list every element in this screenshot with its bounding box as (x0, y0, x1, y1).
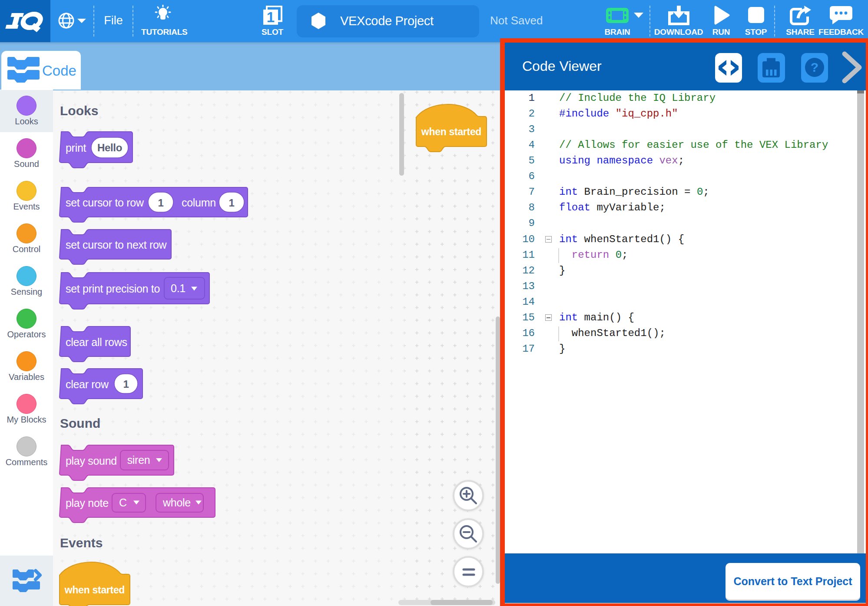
svg-text:set cursor to row: set cursor to row (66, 196, 144, 209)
svg-text:set cursor to next row: set cursor to next row (66, 239, 167, 251)
svg-text:?: ? (811, 60, 818, 74)
svg-text:clear all rows: clear all rows (66, 336, 127, 348)
svg-text:Hello: Hello (97, 142, 122, 153)
svg-text:print: print (66, 142, 86, 154)
svg-text:whole: whole (162, 496, 191, 509)
svg-text:C: C (119, 496, 127, 509)
svg-text:1: 1 (229, 197, 234, 209)
svg-text:1: 1 (267, 9, 275, 25)
svg-text:clear row: clear row (66, 378, 109, 390)
svg-text:play note: play note (66, 497, 109, 509)
svg-text:play sound: play sound (66, 455, 117, 467)
svg-text:1: 1 (123, 378, 129, 390)
svg-text:siren: siren (127, 454, 150, 466)
svg-text:when started: when started (64, 584, 125, 596)
svg-text:when started: when started (421, 126, 481, 137)
svg-text:1: 1 (158, 197, 163, 209)
svg-text:0.1: 0.1 (171, 282, 186, 294)
svg-text:set print precision to: set print precision to (66, 283, 160, 295)
svg-text:column: column (182, 196, 216, 209)
